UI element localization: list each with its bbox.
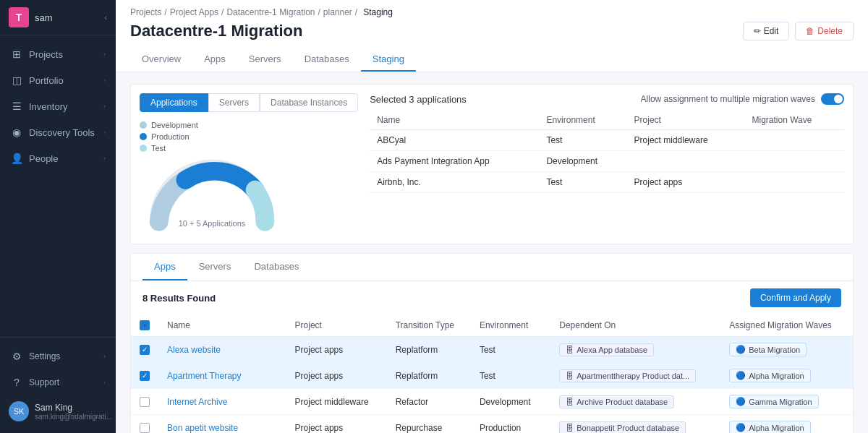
tab-apps[interactable]: Apps [192,48,237,72]
sidebar-item-settings[interactable]: ⚙ Settings › [0,343,116,369]
app-link[interactable]: Internet Archive [167,397,227,407]
breadcrumb-projects[interactable]: Projects [130,7,161,17]
delete-icon: 🗑 [806,26,814,36]
breadcrumb: Projects / Project Apps / Datacentre-1 M… [130,7,854,17]
selected-app-env: Test [539,172,626,193]
sidebar-item-label: Projects [29,49,103,60]
title-buttons: ✏ Edit 🗑 Delete [743,22,854,40]
breadcrumb-separator: / [164,7,166,17]
chevron-icon: › [103,77,106,84]
row-name: Bon apetit website [158,415,286,434]
row-env: Development [471,389,550,415]
row-checkbox[interactable]: ✓ [140,345,150,355]
wave-badge: 🔵 Gamma Migration [729,395,818,408]
legend-label-production: Production [151,132,190,141]
row-env: Test [471,337,550,363]
user-email: sam.king@tidalmigrati... [35,413,112,421]
sidebar-footer: ⚙ Settings › ? Support › SK Sam King sam… [0,337,116,433]
col-name: Name [370,111,539,130]
table-row: ✓ Alexa website Project apps Replatform … [131,337,853,363]
col-transition-header: Transition Type [387,314,471,337]
sidebar-item-projects[interactable]: ⊞ Projects › [0,41,116,67]
breadcrumb-current: Staging [363,7,393,17]
breadcrumb-planner[interactable]: planner [323,7,352,17]
tab-overview[interactable]: Overview [130,48,192,72]
delete-button[interactable]: 🗑 Delete [795,22,854,40]
chevron-icon: › [103,129,106,136]
tab-servers[interactable]: Servers [237,48,293,72]
selected-app-wave [745,172,844,193]
chevron-icon: › [103,51,106,58]
sidebar-item-label: Settings [29,351,103,361]
discovery-icon: ◉ [10,126,23,139]
breadcrumb-migration[interactable]: Datacentre-1 Migration [226,7,315,17]
legend-production: Production [140,132,198,141]
selected-app-project: Project apps [627,172,745,193]
chevron-icon: › [103,353,106,360]
sidebar-item-support[interactable]: ? Support › [0,369,116,395]
bottom-tab-servers[interactable]: Servers [187,254,243,280]
row-wave: 🔵 Alpha Migration [720,415,853,434]
chevron-icon: › [103,379,106,386]
sidebar-collapse-button[interactable]: ‹ [104,13,107,22]
chart-tab-database-instances[interactable]: Database Instances [260,93,358,112]
select-all-checkbox[interactable]: ▪ [140,320,150,330]
row-dependent: 🗄 Apartmenttherapy Product dat... [550,363,720,389]
main-tabs: Overview Apps Servers Databases Staging [130,48,854,72]
row-wave: 🔵 Alpha Migration [720,363,853,389]
sidebar-username: sam [35,12,104,23]
results-header: 8 Results Found Confirm and Apply [131,281,853,314]
confirm-apply-button[interactable]: Confirm and Apply [750,288,841,307]
row-project: Project apps [286,337,387,363]
selected-app-wave [745,151,844,172]
selected-table-header: Name Environment Project Migration Wave [370,111,844,130]
row-name: Apartment Therapy [158,363,286,389]
row-checkbox[interactable]: ✓ [140,371,150,381]
sidebar-item-label: Discovery Tools [29,127,103,138]
row-checkbox[interactable] [140,423,150,433]
row-check [131,415,158,434]
app-link[interactable]: Bon apetit website [167,423,238,433]
col-name-header: Name [158,314,286,337]
selected-row: Ads Payment Integration App Development [370,151,844,172]
row-checkbox[interactable] [140,397,150,407]
tab-databases[interactable]: Databases [293,48,361,72]
toggle-switch[interactable] [821,93,844,105]
edit-button[interactable]: ✏ Edit [743,22,790,40]
people-icon: 👤 [10,152,23,165]
app-link[interactable]: Apartment Therapy [167,371,242,381]
row-transition: Replatform [387,363,471,389]
selected-app-project [627,151,745,172]
selected-app-env: Development [539,151,626,172]
chart-tab-servers[interactable]: Servers [208,93,260,112]
sidebar-item-people[interactable]: 👤 People › [0,145,116,171]
selected-app-project: Project middleware [627,130,745,151]
legend-dot-test [140,145,147,152]
sidebar-item-discovery[interactable]: ◉ Discovery Tools › [0,119,116,145]
selected-count: Selected 3 applications [370,94,467,105]
chart-tabs: Applications Servers Database Instances [140,93,358,112]
app-link[interactable]: Alexa website [167,345,221,355]
bottom-tab-apps[interactable]: Apps [142,254,187,280]
avatar: SK [9,401,29,421]
data-table-scroll[interactable]: ▪ Name Project Transition Type Environme… [131,314,853,433]
col-check-header: ▪ [131,314,158,337]
allow-toggle-label: Allow assignment to multiple migration w… [641,94,815,104]
wave-badge: 🔵 Alpha Migration [729,369,810,382]
chart-tab-applications[interactable]: Applications [140,93,208,112]
legend-dot-production [140,133,147,140]
top-panel: Applications Servers Database Instances … [130,84,854,244]
selected-apps-header: Selected 3 applications Allow assignment… [370,93,844,105]
selected-app-name: ABCyal [370,130,539,151]
tab-staging[interactable]: Staging [361,48,416,72]
sidebar-item-label: Inventory [29,101,103,112]
bottom-tab-databases[interactable]: Databases [242,254,310,280]
row-dependent: 🗄 Archive Product database [550,389,720,415]
content-area: Applications Servers Database Instances … [116,72,868,433]
sidebar-item-inventory[interactable]: ☰ Inventory › [0,93,116,119]
breadcrumb-project-apps[interactable]: Project Apps [170,7,218,17]
sidebar-item-portfolio[interactable]: ◫ Portfolio › [0,67,116,93]
app-logo: T [9,7,29,27]
col-environment: Environment [539,111,626,130]
db-badge: 🗄 Apartmenttherapy Product dat... [559,369,696,382]
